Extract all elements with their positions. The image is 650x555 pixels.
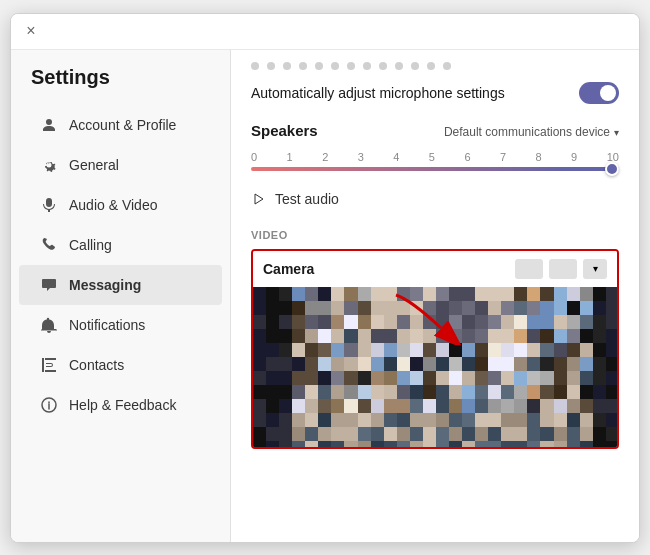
camera-preview <box>253 287 617 447</box>
dots-row <box>231 50 639 82</box>
sidebar-item-account-label: Account & Profile <box>69 117 176 133</box>
camera-header: Camera ▾ <box>253 251 617 287</box>
sidebar-item-help[interactable]: Help & Feedback <box>19 385 222 425</box>
bell-icon <box>39 315 59 335</box>
sidebar-item-notifications-label: Notifications <box>69 317 145 333</box>
slider-labels: 0 1 2 3 4 5 6 7 8 9 10 <box>251 151 619 163</box>
sidebar-item-messaging-label: Messaging <box>69 277 141 293</box>
person-icon <box>39 115 59 135</box>
title-bar: × <box>11 14 639 50</box>
slider-label-4: 4 <box>393 151 399 163</box>
svg-marker-1 <box>255 194 263 204</box>
sidebar-item-account[interactable]: Account & Profile <box>19 105 222 145</box>
sidebar-item-notifications[interactable]: Notifications <box>19 305 222 345</box>
main-content: Automatically adjust microphone settings… <box>231 50 639 542</box>
sidebar: Settings Account & Profile General <box>11 50 231 542</box>
dot-4 <box>299 62 307 70</box>
slider-label-1: 1 <box>287 151 293 163</box>
speakers-device-text: Default communications device <box>444 125 610 139</box>
sidebar-item-general[interactable]: General <box>19 145 222 185</box>
slider-label-6: 6 <box>464 151 470 163</box>
info-icon <box>39 395 59 415</box>
auto-mic-label: Automatically adjust microphone settings <box>251 85 505 101</box>
dot-12 <box>427 62 435 70</box>
sidebar-item-audio-video[interactable]: Audio & Video <box>19 185 222 225</box>
chat-icon <box>39 275 59 295</box>
content-area: Settings Account & Profile General <box>11 50 639 542</box>
slider-label-5: 5 <box>429 151 435 163</box>
dot-11 <box>411 62 419 70</box>
auto-mic-row: Automatically adjust microphone settings <box>251 82 619 104</box>
dot-2 <box>267 62 275 70</box>
slider-label-3: 3 <box>358 151 364 163</box>
camera-dropdown-button[interactable]: ▾ <box>583 259 607 279</box>
dot-8 <box>363 62 371 70</box>
test-audio-label: Test audio <box>275 191 339 207</box>
slider-label-8: 8 <box>536 151 542 163</box>
slider-label-0: 0 <box>251 151 257 163</box>
sidebar-item-calling[interactable]: Calling <box>19 225 222 265</box>
sidebar-item-contacts[interactable]: Contacts <box>19 345 222 385</box>
microphone-icon <box>39 195 59 215</box>
camera-btn-2[interactable] <box>549 259 577 279</box>
speakers-row: Speakers Default communications device ▾ <box>251 122 619 143</box>
slider-label-7: 7 <box>500 151 506 163</box>
sidebar-title: Settings <box>11 66 230 105</box>
slider-label-2: 2 <box>322 151 328 163</box>
chevron-down-icon: ▾ <box>614 127 619 138</box>
sidebar-item-messaging[interactable]: Messaging <box>19 265 222 305</box>
sidebar-item-help-label: Help & Feedback <box>69 397 176 413</box>
volume-slider[interactable] <box>251 167 619 171</box>
camera-title: Camera <box>263 261 314 277</box>
speakers-dropdown[interactable]: Default communications device ▾ <box>444 125 619 139</box>
sidebar-item-general-label: General <box>69 157 119 173</box>
test-audio-button[interactable]: Test audio <box>251 185 339 213</box>
auto-mic-toggle[interactable] <box>579 82 619 104</box>
volume-slider-container: 0 1 2 3 4 5 6 7 8 9 10 <box>251 151 619 171</box>
dot-5 <box>315 62 323 70</box>
dot-6 <box>331 62 339 70</box>
slider-thumb <box>605 162 619 176</box>
dot-3 <box>283 62 291 70</box>
dot-10 <box>395 62 403 70</box>
video-section-label: VIDEO <box>251 229 619 241</box>
dot-9 <box>379 62 387 70</box>
speakers-label: Speakers <box>251 122 318 139</box>
sidebar-item-contacts-label: Contacts <box>69 357 124 373</box>
dot-7 <box>347 62 355 70</box>
settings-body: Automatically adjust microphone settings… <box>231 82 639 469</box>
phone-icon <box>39 235 59 255</box>
camera-btn-1[interactable] <box>515 259 543 279</box>
gear-icon <box>39 155 59 175</box>
camera-section: Camera ▾ <box>251 249 619 449</box>
sidebar-item-audio-video-label: Audio & Video <box>69 197 157 213</box>
play-icon <box>251 191 267 207</box>
sidebar-item-calling-label: Calling <box>69 237 112 253</box>
dot-1 <box>251 62 259 70</box>
dot-13 <box>443 62 451 70</box>
slider-label-9: 9 <box>571 151 577 163</box>
camera-controls: ▾ <box>515 259 607 279</box>
close-button[interactable]: × <box>23 23 39 39</box>
contacts-icon <box>39 355 59 375</box>
camera-chevron-icon: ▾ <box>593 263 598 274</box>
settings-window: × Settings Account & Profile <box>10 13 640 543</box>
